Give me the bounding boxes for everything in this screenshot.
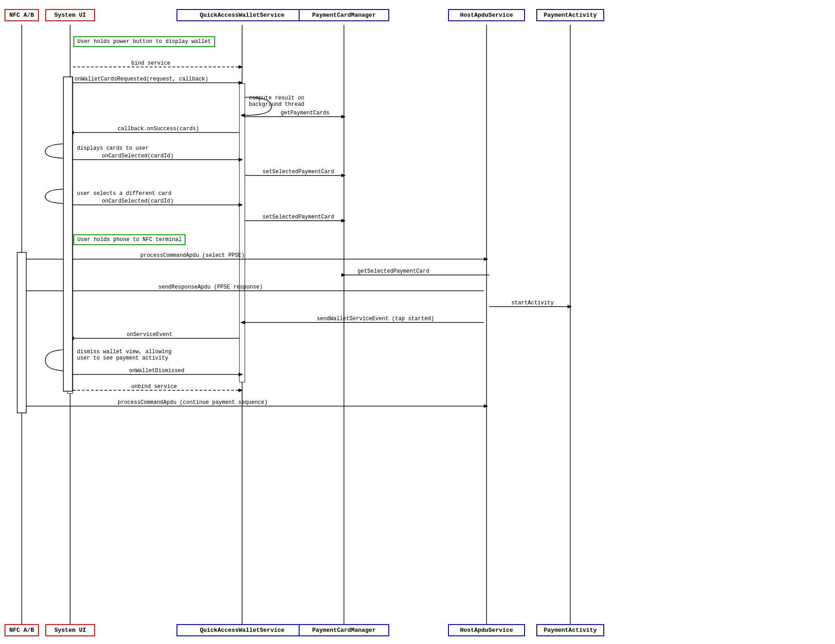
svg-marker-39 <box>67 369 72 373</box>
note-user-holds-nfc: User holds phone to NFC terminal <box>73 234 186 245</box>
arrows-svg <box>0 0 835 644</box>
actor-systemui-top: System UI <box>45 9 95 21</box>
svg-marker-12 <box>240 114 245 117</box>
svg-marker-41 <box>239 373 243 376</box>
label-sendresponseapdu: sendResponseApdu (PPSE response) <box>158 284 262 290</box>
label-startactivity: startActivity <box>511 300 554 306</box>
svg-marker-16 <box>69 131 74 134</box>
label-compute-result: compute result onbackground thread <box>249 95 304 108</box>
actor-paymentactivity-bottom: PaymentActivity <box>536 624 604 636</box>
svg-rect-46 <box>63 77 72 391</box>
label-oncardselected1: onCardSelected(cardId) <box>102 153 173 159</box>
label-sendwalletserviceevent: sendWalletServiceEvent (tap started) <box>317 316 434 322</box>
actor-hostapdu-top: HostApduService <box>448 9 525 21</box>
label-oncardselected2: onCardSelected(cardId) <box>102 198 173 204</box>
label-onwalletcards: onWalletCardsRequested(request, callback… <box>75 76 208 82</box>
label-onwalletdismissed: onWalletDismissed <box>129 368 184 374</box>
label-displays-cards: displays cards to user <box>77 145 148 152</box>
svg-marker-9 <box>239 65 243 69</box>
svg-marker-36 <box>240 321 245 324</box>
actor-paymentcard-bottom: PaymentCardManager <box>299 624 389 636</box>
svg-marker-17 <box>67 156 72 160</box>
svg-marker-30 <box>341 273 346 277</box>
svg-marker-32 <box>20 289 24 293</box>
svg-marker-22 <box>67 202 72 205</box>
label-onserviceevent: onServiceEvent <box>127 331 172 338</box>
label-unbind-service: unbind service <box>131 384 177 390</box>
label-user-selects-diff: user selects a different card <box>77 190 172 197</box>
label-processcommandapdu1: processCommandApdu (select PPSE) <box>140 252 244 259</box>
svg-marker-21 <box>341 174 346 177</box>
actor-systemui-bottom: System UI <box>45 624 95 636</box>
actor-hostapdu-bottom: HostApduService <box>448 624 525 636</box>
svg-marker-19 <box>239 158 243 161</box>
label-callback-onsuccess: callback.onSuccess(cards) <box>118 126 199 132</box>
label-setselected1: setSelectedPaymentCard <box>262 169 334 175</box>
label-bind-service: bind service <box>131 60 170 66</box>
svg-marker-43 <box>239 388 243 392</box>
svg-marker-34 <box>568 305 572 308</box>
note-user-holds-power: User holds power button to display walle… <box>73 36 215 47</box>
actor-paymentcard-top: PaymentCardManager <box>299 9 389 21</box>
svg-marker-38 <box>69 336 74 340</box>
svg-marker-28 <box>484 257 488 261</box>
label-dismiss-wallet: dismiss wallet view, allowinguser to see… <box>77 349 172 361</box>
svg-marker-26 <box>341 219 346 223</box>
sequence-diagram: NFC A/B System UI QuickAccessWalletServi… <box>0 0 835 644</box>
actor-paymentactivity-top: PaymentActivity <box>536 9 604 21</box>
svg-marker-24 <box>239 203 243 207</box>
label-setselected2: setSelectedPaymentCard <box>262 214 334 220</box>
svg-rect-7 <box>239 84 245 382</box>
actor-quickaccess-bottom: QuickAccessWalletService <box>177 624 308 636</box>
label-processcommandapdu2: processCommandApdu (continue payment seq… <box>118 399 267 406</box>
svg-marker-11 <box>239 81 243 85</box>
label-getselectedpaymentcard: getSelectedPaymentCard <box>358 268 429 275</box>
svg-marker-14 <box>341 115 346 118</box>
actor-quickaccess-top: QuickAccessWalletService <box>177 9 308 21</box>
actor-nfc-top: NFC A/B <box>5 9 39 21</box>
label-getpaymentcards: getPaymentCards <box>281 110 329 116</box>
actor-nfc-bottom: NFC A/B <box>5 624 39 636</box>
svg-marker-45 <box>484 404 488 408</box>
svg-rect-6 <box>67 77 73 393</box>
svg-rect-47 <box>17 252 26 413</box>
